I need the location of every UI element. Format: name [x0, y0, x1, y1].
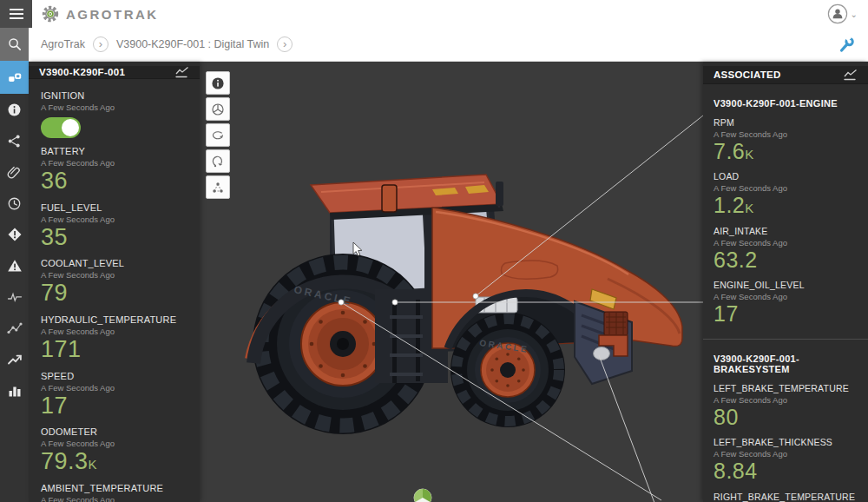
metric-row: FUEL_LEVEL A Few Seconds Ago 35: [41, 202, 187, 251]
metric-value: 35: [41, 225, 187, 251]
metric-row: LOAD A Few Seconds Ago 1.2K: [713, 171, 858, 218]
hamburger-menu-button[interactable]: [0, 0, 32, 28]
info-tool-button[interactable]: [206, 71, 230, 95]
metric-updated: A Few Seconds Ago: [713, 449, 858, 459]
history-rail-button[interactable]: [0, 188, 29, 219]
metric-label: ODOMETER: [41, 426, 187, 437]
info-rail-button[interactable]: [0, 94, 29, 125]
metric-label: ENGINE_OIL_LEVEL: [713, 280, 858, 290]
scatter-rail-button[interactable]: [0, 313, 29, 344]
metric-label: RPM: [713, 117, 858, 128]
metric-row: LEFT_BRAKE_TEMPERATURE A Few Seconds Ago…: [713, 383, 858, 430]
metric-row: SPEED A Few Seconds Ago 17: [41, 371, 187, 419]
metric-updated: A Few Seconds Ago: [41, 327, 187, 336]
metric-row: BATTERY A Few Seconds Ago 36: [41, 146, 187, 195]
metric-label: LOAD: [713, 171, 858, 182]
digital-twin-viewport[interactable]: ORACLE ORACLE: [200, 62, 703, 502]
brand-logo: AGROTRAK: [41, 4, 159, 23]
metric-row: ENGINE_OIL_LEVEL A Few Seconds Ago 17: [713, 280, 858, 327]
metric-label: LEFT_BRAKE_THICKNESS: [713, 437, 858, 447]
metric-updated: A Few Seconds Ago: [41, 383, 187, 393]
metric-label: HYDRAULIC_TEMPERATURE: [41, 314, 187, 325]
associated-chart-button[interactable]: [844, 69, 858, 81]
metric-label: COOLANT_LEVEL: [41, 258, 187, 268]
metric-row-ignition: IGNITION A Few Seconds Ago: [41, 90, 187, 138]
user-avatar-button[interactable]: [827, 3, 848, 24]
settings-wrench-button[interactable]: [838, 36, 856, 54]
metric-updated: A Few Seconds Ago: [713, 292, 858, 301]
metric-value: 80: [713, 406, 858, 430]
metric-updated: A Few Seconds Ago: [41, 270, 187, 280]
warnings-rail-button[interactable]: [0, 250, 29, 281]
metric-row: RIGHT_BRAKE_TEMPERATURE A Few Seconds Ag…: [713, 492, 858, 502]
device-panel: V3900-K290F-001 IGNITION A Few Seconds A…: [29, 62, 200, 502]
digital-twin-rail-button[interactable]: [0, 61, 29, 94]
metric-label: SPEED: [41, 371, 187, 381]
metric-value: 1.2K: [713, 194, 858, 218]
metric-updated: A Few Seconds Ago: [713, 183, 858, 193]
share-rail-button[interactable]: [0, 125, 29, 156]
device-chart-button[interactable]: [175, 66, 189, 78]
orbit-3d-icon: [211, 102, 225, 116]
breadcrumb-current: V3900-K290F-001 : Digital Twin: [116, 38, 269, 50]
metric-row: AMBIENT_TEMPERATURE A Few Seconds Ago 89…: [41, 483, 187, 502]
attachment-icon: [7, 165, 22, 180]
alerts-rail-button[interactable]: [0, 219, 29, 250]
trend-rail-button[interactable]: [0, 344, 29, 375]
hierarchy-tool-button[interactable]: [206, 175, 230, 199]
breadcrumb-root-link[interactable]: AgroTrak: [41, 38, 85, 50]
orbit-3d-tool-button[interactable]: [206, 97, 230, 121]
metric-label: AIR_INTAKE: [713, 226, 858, 236]
metric-label: BATTERY: [41, 146, 187, 156]
digital-twin-icon: [7, 69, 23, 85]
pulse-rail-button[interactable]: [0, 281, 29, 313]
hierarchy-icon: [211, 181, 225, 195]
warning-triangle-icon: [7, 258, 23, 274]
chevron-right-icon[interactable]: ›: [277, 36, 293, 52]
metric-label: AMBIENT_TEMPERATURE: [41, 483, 187, 493]
bar-chart-rail-button[interactable]: [0, 375, 29, 406]
rotate-horizontal-tool-button[interactable]: [206, 123, 230, 147]
info-icon: [211, 76, 225, 90]
wrench-icon: [838, 36, 856, 54]
search-rail-button[interactable]: [0, 28, 29, 61]
metric-value: 7.6K: [713, 140, 858, 164]
metric-value: 79: [41, 281, 187, 307]
user-menu-caret-icon[interactable]: ⌄: [851, 10, 858, 19]
brand-name: AGROTRAK: [66, 7, 159, 22]
metric-row: AIR_INTAKE A Few Seconds Ago 63.2: [713, 226, 858, 273]
share-icon: [7, 134, 22, 149]
metric-updated: A Few Seconds Ago: [713, 129, 858, 139]
bar-chart-icon: [7, 383, 23, 399]
rotate-vertical-tool-button[interactable]: [206, 149, 230, 173]
viewport-toolbar: [206, 71, 230, 199]
metric-value: 79.3K: [41, 449, 187, 475]
rotate-horizontal-icon: [211, 129, 225, 142]
agrotrak-app: AGROTRAK ⌄: [0, 0, 868, 502]
associated-panel: ASSOCIATED V3900-K290F-001-ENGINE RPM: [703, 62, 868, 502]
line-chart-icon: [175, 66, 189, 78]
breadcrumb: AgroTrak › V3900-K290F-001 : Digital Twi…: [29, 28, 868, 62]
metric-value: 171: [41, 337, 187, 363]
metric-updated: A Few Seconds Ago: [41, 439, 187, 448]
user-avatar-icon: [827, 3, 848, 24]
rotate-vertical-icon: [211, 155, 225, 168]
tractor-3d-model[interactable]: ORACLE ORACLE: [200, 62, 703, 502]
associated-section-title: V3900-K290F-001-ENGINE: [713, 98, 858, 109]
chevron-right-icon[interactable]: ›: [93, 36, 108, 52]
attachments-rail-button[interactable]: [0, 156, 29, 188]
metric-value: 36: [41, 168, 187, 195]
pulse-icon: [7, 289, 23, 305]
alert-diamond-icon: [7, 227, 23, 242]
section-divider: [703, 339, 868, 340]
metric-row: ODOMETER A Few Seconds Ago 79.3K: [41, 426, 187, 475]
metric-label: FUEL_LEVEL: [41, 202, 187, 213]
scatter-plot-icon: [7, 320, 23, 336]
top-bar: AGROTRAK ⌄: [0, 0, 868, 28]
metric-row: HYDRAULIC_TEMPERATURE A Few Seconds Ago …: [41, 314, 187, 363]
metric-updated: A Few Seconds Ago: [41, 495, 187, 502]
metric-label: LEFT_BRAKE_TEMPERATURE: [713, 383, 858, 393]
info-icon: [7, 102, 22, 117]
ignition-toggle[interactable]: [41, 117, 81, 138]
trend-line-icon: [7, 352, 23, 367]
